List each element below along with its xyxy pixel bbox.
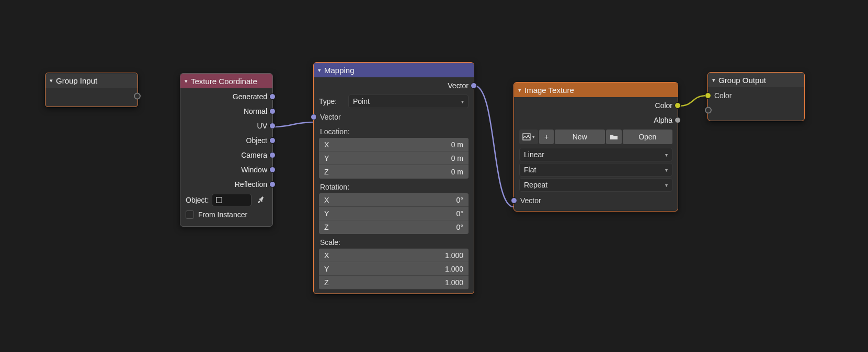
socket-out-icon[interactable] bbox=[471, 83, 477, 89]
type-value: Point bbox=[353, 97, 370, 105]
location-x[interactable]: X0 m bbox=[319, 138, 469, 151]
location-y[interactable]: Y0 m bbox=[319, 151, 469, 165]
socket-label: Vector bbox=[448, 81, 469, 90]
chevron-down-icon: ▾ bbox=[665, 167, 668, 173]
socket-out-icon[interactable] bbox=[269, 167, 276, 173]
socket-in-icon[interactable] bbox=[705, 107, 712, 114]
svg-point-2 bbox=[528, 135, 529, 136]
node-header[interactable]: ▾ Group Output bbox=[708, 73, 804, 87]
scale-y[interactable]: Y1.000 bbox=[319, 262, 469, 276]
scale-x[interactable]: X1.000 bbox=[319, 249, 469, 262]
socket-out-icon[interactable] bbox=[269, 123, 276, 129]
input-vector[interactable]: Vector bbox=[314, 110, 474, 124]
location-z[interactable]: Z0 m bbox=[319, 165, 469, 179]
open-label: Open bbox=[638, 133, 656, 141]
socket-out-icon[interactable] bbox=[269, 137, 276, 144]
output-normal[interactable]: Normal bbox=[180, 104, 272, 119]
input-virtual[interactable] bbox=[708, 103, 804, 118]
socket-in-icon[interactable] bbox=[511, 197, 517, 204]
extension-value: Repeat bbox=[524, 181, 547, 189]
node-image-texture[interactable]: ▾ Image Texture Color Alpha ▾ + bbox=[513, 82, 678, 212]
location-group: X0 m Y0 m Z0 m bbox=[319, 138, 469, 179]
output-camera[interactable]: Camera bbox=[180, 148, 272, 162]
object-picker[interactable] bbox=[212, 194, 252, 206]
output-object[interactable]: Object bbox=[180, 133, 272, 148]
output-alpha[interactable]: Alpha bbox=[514, 113, 678, 127]
socket-label: Alpha bbox=[654, 116, 672, 124]
output-color[interactable]: Color bbox=[514, 98, 678, 113]
image-browse-button[interactable]: ▾ bbox=[519, 130, 538, 144]
chevron-down-icon: ▾ bbox=[518, 87, 521, 93]
chevron-down-icon: ▾ bbox=[50, 77, 53, 84]
image-open-folder-button[interactable] bbox=[606, 130, 622, 144]
node-group-output[interactable]: ▾ Group Output Color bbox=[707, 72, 805, 121]
chevron-down-icon: ▾ bbox=[461, 99, 464, 104]
socket-out-icon[interactable] bbox=[269, 108, 276, 114]
node-texture-coordinate[interactable]: ▾ Texture Coordinate Generated Normal UV… bbox=[180, 73, 273, 227]
rotation-z[interactable]: Z0° bbox=[319, 220, 469, 234]
output-reflection[interactable]: Reflection bbox=[180, 177, 272, 192]
chevron-down-icon: ▾ bbox=[665, 152, 668, 158]
scale-group: X1.000 Y1.000 Z1.000 bbox=[319, 249, 469, 289]
socket-label: Generated bbox=[233, 92, 267, 101]
from-instancer-checkbox[interactable]: From Instancer bbox=[180, 208, 272, 223]
location-label: Location: bbox=[314, 124, 474, 137]
node-mapping[interactable]: ▾ Mapping Vector Type: Point ▾ Vector Lo… bbox=[313, 62, 474, 294]
image-new-button[interactable]: New bbox=[555, 130, 605, 144]
node-header[interactable]: ▾ Texture Coordinate bbox=[180, 74, 272, 88]
rotation-label: Rotation: bbox=[314, 180, 474, 192]
eyedropper-button[interactable] bbox=[255, 194, 267, 206]
projection-select[interactable]: Flat ▾ bbox=[519, 163, 672, 177]
chevron-down-icon: ▾ bbox=[532, 134, 535, 139]
socket-label: Vector bbox=[320, 113, 341, 121]
scale-label: Scale: bbox=[314, 235, 474, 248]
node-title: Group Input bbox=[56, 76, 97, 85]
socket-label: Window bbox=[241, 166, 267, 174]
socket-label: Object bbox=[246, 136, 267, 145]
new-label: New bbox=[573, 133, 587, 141]
output-generated[interactable]: Generated bbox=[180, 89, 272, 104]
rotation-group: X0° Y0° Z0° bbox=[319, 193, 469, 234]
output-window[interactable]: Window bbox=[180, 162, 272, 177]
chevron-down-icon: ▾ bbox=[318, 67, 321, 74]
image-icon bbox=[522, 133, 531, 140]
node-title: Group Output bbox=[718, 76, 766, 85]
image-open-button[interactable]: Open bbox=[623, 130, 673, 144]
socket-in-icon[interactable] bbox=[705, 92, 711, 99]
output-socket-virtual[interactable] bbox=[45, 89, 138, 103]
node-title: Image Texture bbox=[524, 86, 574, 95]
node-title: Texture Coordinate bbox=[191, 77, 257, 86]
object-data-icon bbox=[215, 196, 223, 204]
plus-icon: + bbox=[544, 133, 549, 141]
scale-z[interactable]: Z1.000 bbox=[319, 276, 469, 289]
node-header[interactable]: ▾ Mapping bbox=[314, 63, 474, 77]
socket-out-icon[interactable] bbox=[675, 117, 681, 123]
checkbox-icon bbox=[186, 210, 194, 219]
input-color[interactable]: Color bbox=[708, 88, 804, 103]
socket-label: Vector bbox=[520, 196, 541, 205]
projection-value: Flat bbox=[524, 166, 536, 174]
socket-out-icon[interactable] bbox=[269, 181, 276, 187]
node-group-input[interactable]: ▾ Group Input bbox=[45, 73, 138, 107]
interpolation-select[interactable]: Linear ▾ bbox=[519, 148, 672, 161]
socket-out-icon[interactable] bbox=[269, 93, 276, 100]
extension-select[interactable]: Repeat ▾ bbox=[519, 178, 672, 192]
socket-out-icon[interactable] bbox=[675, 102, 681, 109]
socket-out-icon[interactable] bbox=[269, 152, 276, 158]
output-vector[interactable]: Vector bbox=[314, 78, 474, 93]
socket-out-icon[interactable] bbox=[134, 93, 141, 100]
chevron-down-icon: ▾ bbox=[185, 78, 188, 85]
socket-label: UV bbox=[257, 122, 267, 130]
interp-value: Linear bbox=[524, 150, 544, 159]
node-header[interactable]: ▾ Image Texture bbox=[514, 83, 678, 97]
type-select[interactable]: Point ▾ bbox=[348, 95, 469, 108]
socket-label: Reflection bbox=[235, 180, 267, 189]
input-vector[interactable]: Vector bbox=[514, 193, 678, 208]
rotation-x[interactable]: X0° bbox=[319, 193, 469, 207]
rotation-y[interactable]: Y0° bbox=[319, 207, 469, 220]
node-header[interactable]: ▾ Group Input bbox=[45, 73, 138, 88]
output-uv[interactable]: UV bbox=[180, 119, 272, 133]
socket-in-icon[interactable] bbox=[311, 114, 317, 120]
chevron-down-icon: ▾ bbox=[712, 77, 715, 84]
image-new-plus-button[interactable]: + bbox=[539, 130, 554, 144]
